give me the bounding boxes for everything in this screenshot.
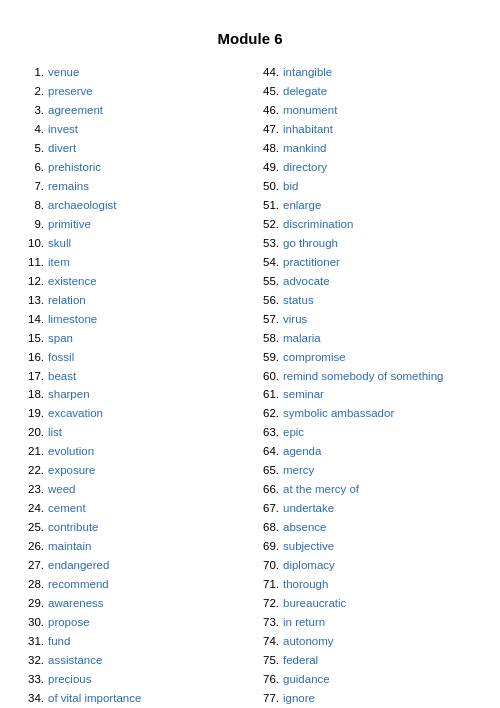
list-item: 62.symbolic ambassador — [255, 404, 480, 423]
list-item: 59.compromise — [255, 348, 480, 367]
word-label: federal — [283, 651, 318, 670]
list-item: 48.mankind — [255, 139, 480, 158]
word-label: venue — [48, 63, 79, 82]
word-number: 8. — [20, 196, 48, 215]
page-title: Module 6 — [20, 30, 480, 47]
word-label: mercy — [283, 461, 314, 480]
right-column: 44.intangible45.delegate46.monument47.in… — [255, 63, 480, 708]
word-number: 26. — [20, 537, 48, 556]
word-number: 1. — [20, 63, 48, 82]
word-number: 3. — [20, 101, 48, 120]
word-label: thorough — [283, 575, 328, 594]
word-number: 28. — [20, 575, 48, 594]
word-number: 60. — [255, 367, 283, 386]
word-label: inhabitant — [283, 120, 333, 139]
word-label: cement — [48, 499, 86, 518]
list-item: 70.diplomacy — [255, 556, 480, 575]
list-item: 15.span — [20, 329, 245, 348]
list-item: 72.bureaucratic — [255, 594, 480, 613]
list-item: 2.preserve — [20, 82, 245, 101]
word-number: 73. — [255, 613, 283, 632]
list-item: 6.prehistoric — [20, 158, 245, 177]
word-number: 75. — [255, 651, 283, 670]
word-number: 31. — [20, 632, 48, 651]
word-label: diplomacy — [283, 556, 335, 575]
word-number: 54. — [255, 253, 283, 272]
list-item: 34.of vital importance — [20, 689, 245, 708]
list-item: 13.relation — [20, 291, 245, 310]
word-number: 48. — [255, 139, 283, 158]
word-number: 70. — [255, 556, 283, 575]
list-item: 9.primitive — [20, 215, 245, 234]
list-item: 5.divert — [20, 139, 245, 158]
word-label: practitioner — [283, 253, 340, 272]
word-number: 50. — [255, 177, 283, 196]
word-label: endangered — [48, 556, 109, 575]
word-label: discrimination — [283, 215, 353, 234]
word-number: 72. — [255, 594, 283, 613]
word-label: preserve — [48, 82, 93, 101]
list-item: 30.propose — [20, 613, 245, 632]
word-number: 21. — [20, 442, 48, 461]
list-item: 64.agenda — [255, 442, 480, 461]
list-item: 28.recommend — [20, 575, 245, 594]
word-number: 14. — [20, 310, 48, 329]
list-item: 45.delegate — [255, 82, 480, 101]
word-label: guidance — [283, 670, 330, 689]
list-item: 11.item — [20, 253, 245, 272]
word-label: seminar — [283, 385, 324, 404]
word-label: evolution — [48, 442, 94, 461]
list-item: 23.weed — [20, 480, 245, 499]
word-number: 29. — [20, 594, 48, 613]
word-number: 46. — [255, 101, 283, 120]
list-item: 32.assistance — [20, 651, 245, 670]
word-label: compromise — [283, 348, 346, 367]
word-number: 24. — [20, 499, 48, 518]
word-label: at the mercy of — [283, 480, 359, 499]
word-label: epic — [283, 423, 304, 442]
word-label: propose — [48, 613, 90, 632]
word-number: 47. — [255, 120, 283, 139]
word-label: subjective — [283, 537, 334, 556]
word-label: archaeologist — [48, 196, 116, 215]
word-label: enlarge — [283, 196, 321, 215]
list-item: 14.limestone — [20, 310, 245, 329]
list-item: 77.ignore — [255, 689, 480, 708]
word-label: absence — [283, 518, 326, 537]
list-item: 66.at the mercy of — [255, 480, 480, 499]
word-number: 64. — [255, 442, 283, 461]
word-number: 71. — [255, 575, 283, 594]
word-number: 74. — [255, 632, 283, 651]
word-label: undertake — [283, 499, 334, 518]
word-label: ignore — [283, 689, 315, 708]
word-number: 53. — [255, 234, 283, 253]
word-label: symbolic ambassador — [283, 404, 394, 423]
word-number: 13. — [20, 291, 48, 310]
page: Module 6 1.venue2.preserve3.agreement4.i… — [0, 0, 500, 708]
list-item: 76.guidance — [255, 670, 480, 689]
word-label: beast — [48, 367, 76, 386]
word-number: 27. — [20, 556, 48, 575]
word-number: 2. — [20, 82, 48, 101]
word-label: primitive — [48, 215, 91, 234]
list-item: 54.practitioner — [255, 253, 480, 272]
word-label: excavation — [48, 404, 103, 423]
list-item: 73.in return — [255, 613, 480, 632]
word-number: 20. — [20, 423, 48, 442]
list-item: 8.archaeologist — [20, 196, 245, 215]
word-label: exposure — [48, 461, 95, 480]
word-label: contribute — [48, 518, 99, 537]
left-column: 1.venue2.preserve3.agreement4.invest5.di… — [20, 63, 245, 708]
word-label: weed — [48, 480, 76, 499]
list-item: 51.enlarge — [255, 196, 480, 215]
word-number: 19. — [20, 404, 48, 423]
list-item: 49.directory — [255, 158, 480, 177]
word-label: directory — [283, 158, 327, 177]
word-number: 23. — [20, 480, 48, 499]
word-label: skull — [48, 234, 71, 253]
word-label: precious — [48, 670, 91, 689]
word-label: go through — [283, 234, 338, 253]
word-number: 7. — [20, 177, 48, 196]
list-item: 33.precious — [20, 670, 245, 689]
list-item: 3.agreement — [20, 101, 245, 120]
